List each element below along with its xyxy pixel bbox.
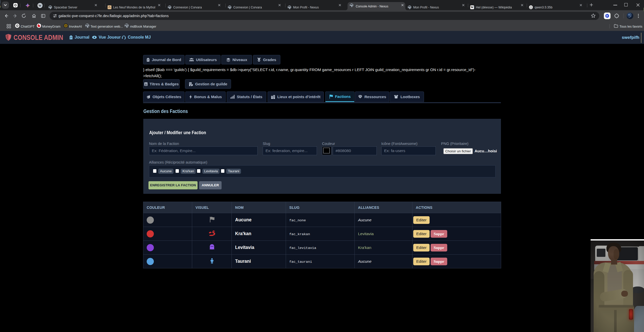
svg-text:W: W	[38, 4, 41, 7]
